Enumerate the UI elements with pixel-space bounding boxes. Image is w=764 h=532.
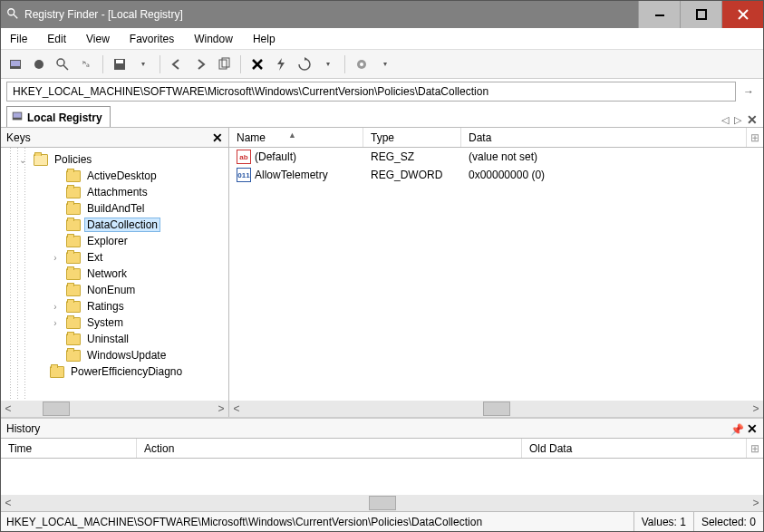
tree-label: Uninstall — [84, 333, 131, 345]
values-hscrollbar[interactable]: < > — [229, 401, 763, 417]
value-data: 0x00000000 (0) — [461, 169, 763, 181]
scroll-left-icon[interactable]: < — [229, 402, 244, 415]
column-name[interactable]: Name ▲ — [229, 128, 363, 147]
save-icon[interactable] — [111, 55, 129, 73]
scroll-left-icon[interactable]: < — [1, 402, 15, 415]
tab-close-icon[interactable]: ✕ — [747, 112, 758, 127]
history-close-icon[interactable]: ✕ — [747, 421, 758, 436]
tree-node[interactable]: WindowsUpdate — [1, 347, 228, 363]
redo-icon[interactable] — [191, 55, 209, 73]
folder-icon — [66, 170, 81, 182]
local-registry-icon[interactable] — [6, 55, 24, 73]
value-row[interactable]: 011AllowTelemetryREG_DWORD0x00000000 (0) — [229, 166, 763, 184]
minimize-button[interactable] — [638, 1, 680, 28]
tree-label: WindowsUpdate — [84, 349, 169, 362]
chevron-right-icon[interactable]: › — [50, 253, 61, 263]
tab-local-registry[interactable]: Local Registry — [6, 106, 111, 127]
dropdown-icon[interactable]: ▾ — [134, 55, 152, 73]
keys-tree[interactable]: ⌄ Policies ActiveDesktopAttachmentsBuild… — [1, 148, 228, 401]
remote-registry-icon[interactable] — [30, 55, 48, 73]
copy-icon[interactable] — [215, 55, 233, 73]
tree-label: ActiveDesktop — [84, 169, 160, 182]
history-columns: Time Action Old Data ⊞ — [1, 439, 763, 459]
chevron-right-icon[interactable]: › — [50, 302, 61, 312]
menu-view[interactable]: View — [82, 31, 113, 47]
keys-hscrollbar[interactable]: < > — [1, 401, 228, 417]
keys-close-icon[interactable]: ✕ — [212, 131, 223, 145]
address-bar: → — [1, 79, 763, 104]
scroll-right-icon[interactable]: > — [749, 402, 763, 415]
folder-icon — [66, 317, 81, 329]
tab-prev-icon[interactable]: ◁ — [721, 114, 729, 126]
scroll-thumb[interactable] — [483, 401, 510, 416]
menu-help[interactable]: Help — [249, 31, 279, 47]
tree-node[interactable]: DataCollection — [1, 217, 228, 233]
settings-icon[interactable] — [353, 55, 371, 73]
maximize-button[interactable] — [680, 1, 721, 28]
column-data[interactable]: Data — [461, 128, 747, 147]
menu-bar: File Edit View Favorites Window Help — [1, 28, 763, 50]
value-name: (Default) — [255, 150, 296, 163]
tree-node[interactable]: ›Ext — [1, 249, 228, 266]
history-body[interactable] — [1, 459, 763, 495]
registry-icon — [11, 110, 24, 125]
window-title: Registry Finder - [Local Registry] — [24, 8, 638, 21]
go-button[interactable]: → — [740, 85, 758, 98]
column-time[interactable]: Time — [1, 439, 137, 458]
dword-value-icon: 011 — [237, 168, 251, 182]
pin-icon[interactable]: 📌 — [730, 423, 744, 436]
scroll-thumb[interactable] — [43, 401, 70, 416]
find-icon[interactable] — [53, 55, 72, 73]
value-row[interactable]: ab(Default)REG_SZ(value not set) — [229, 148, 763, 166]
svg-line-10 — [63, 65, 68, 70]
tree-label: System — [84, 316, 126, 329]
lightning-icon[interactable] — [272, 55, 290, 73]
tree-node[interactable]: Network — [1, 266, 228, 282]
scroll-thumb[interactable] — [369, 496, 396, 510]
tree-node-policies[interactable]: ⌄ Policies — [1, 151, 228, 168]
tab-next-icon[interactable]: ▷ — [734, 114, 741, 126]
status-path: HKEY_LOCAL_MACHINE\SOFTWARE\Microsoft\Wi… — [1, 516, 633, 528]
values-panel: Name ▲ Type Data ⊞ ab(Default)REG_SZ(val… — [229, 128, 763, 417]
tree-node[interactable]: Explorer — [1, 233, 228, 249]
tree-label: DataCollection — [84, 218, 160, 232]
values-body[interactable]: ab(Default)REG_SZ(value not set)011Allow… — [229, 148, 763, 401]
dropdown-icon[interactable]: ▾ — [319, 55, 337, 73]
replace-icon[interactable]: ʰₐ — [77, 55, 95, 73]
tree-node[interactable]: BuildAndTel — [1, 200, 228, 217]
tree-node[interactable]: Uninstall — [1, 331, 228, 347]
close-button[interactable] — [721, 1, 763, 28]
scroll-left-icon[interactable]: < — [1, 497, 15, 509]
string-value-icon: ab — [237, 150, 251, 164]
column-type[interactable]: Type — [363, 128, 461, 147]
app-icon — [6, 7, 19, 23]
menu-favorites[interactable]: Favorites — [126, 31, 178, 47]
column-old-data[interactable]: Old Data — [522, 439, 747, 458]
scroll-right-icon[interactable]: > — [749, 497, 763, 509]
grid-options-icon[interactable]: ⊞ — [747, 442, 763, 455]
menu-edit[interactable]: Edit — [44, 31, 70, 47]
delete-icon[interactable] — [248, 55, 266, 73]
address-input[interactable] — [6, 82, 736, 102]
tab-bar: Local Registry ◁ ▷ ✕ — [1, 104, 763, 128]
tree-node[interactable]: ›System — [1, 314, 228, 331]
tree-node[interactable]: Attachments — [1, 184, 228, 200]
chevron-down-icon[interactable]: ⌄ — [17, 155, 28, 165]
tree-node[interactable]: NonEnum — [1, 282, 228, 298]
undo-icon[interactable] — [168, 55, 186, 73]
dropdown-icon[interactable]: ▾ — [376, 55, 394, 73]
status-values: Values: 1 — [633, 512, 693, 531]
history-hscrollbar[interactable]: < > — [1, 495, 763, 511]
folder-open-icon — [34, 154, 48, 166]
column-action[interactable]: Action — [137, 439, 522, 458]
scroll-right-icon[interactable]: > — [214, 402, 228, 415]
grid-options-icon[interactable]: ⊞ — [747, 131, 763, 144]
tree-node[interactable]: ›Ratings — [1, 298, 228, 314]
menu-window[interactable]: Window — [190, 31, 237, 47]
tree-label: Attachments — [84, 186, 150, 198]
tree-node[interactable]: ActiveDesktop — [1, 168, 228, 184]
refresh-icon[interactable] — [295, 55, 314, 73]
menu-file[interactable]: File — [6, 31, 31, 47]
chevron-right-icon[interactable]: › — [50, 318, 61, 328]
tree-node-cut[interactable]: PowerEfficiencyDiagno — [1, 363, 228, 380]
